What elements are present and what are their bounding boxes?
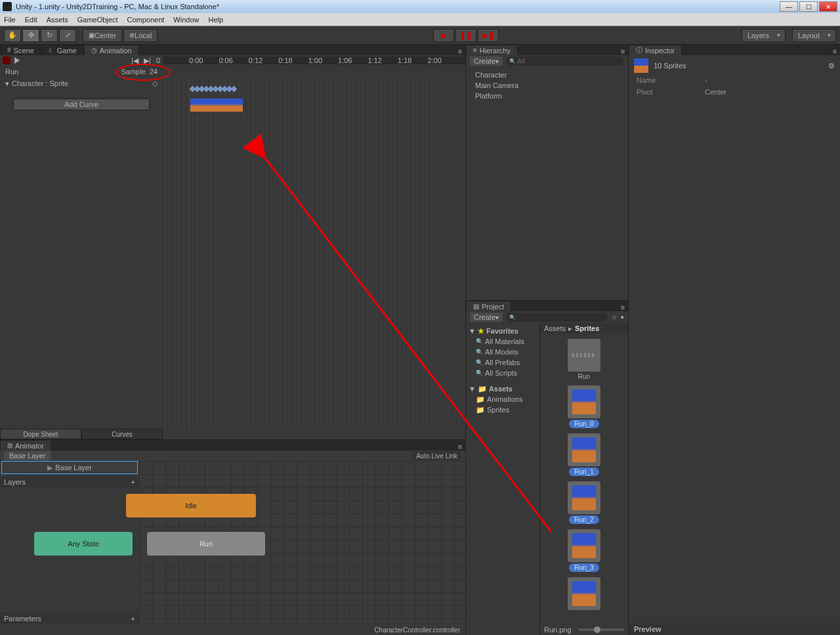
layer-item[interactable]: ▶Base Layer (1, 461, 138, 474)
state-any[interactable]: Any State (34, 532, 133, 556)
thumbnail-size-slider[interactable] (578, 628, 624, 631)
top-toolbar: ✋ ✥ ↻ ⤢ ▣ Center ⊕ Local ▶ ❚❚ ▶❚ Layers … (0, 26, 840, 45)
tab-scene[interactable]: # Scene (0, 45, 41, 55)
timeline-ruler[interactable]: 0:00 0:06 0:12 0:18 1:00 1:06 1:12 1:18 … (163, 56, 465, 64)
asset-item-sprite[interactable] (568, 577, 600, 610)
layout-dropdown[interactable]: Layout (792, 29, 836, 42)
window-titlebar: Unity - 1.unity - Unity2DTraining - PC, … (0, 0, 840, 13)
asset-item-sprite[interactable]: Run_2 (568, 481, 600, 524)
tab-hierarchy[interactable]: ≡ Hierarchy (466, 45, 518, 55)
anim-play-button[interactable] (14, 57, 20, 64)
pivot-value: Center (705, 88, 726, 100)
folder-icon: 📁 (476, 406, 485, 414)
add-layer-button[interactable]: + (131, 478, 135, 486)
menu-edit[interactable]: Edit (25, 16, 37, 24)
state-idle[interactable]: Idle (126, 494, 256, 517)
menu-window[interactable]: Window (173, 16, 199, 24)
panel-menu-icon[interactable]: ≡ (618, 47, 628, 55)
window-title: Unity - 1.unity - Unity2DTraining - PC, … (16, 3, 780, 11)
layers-dropdown[interactable]: Layers (742, 29, 786, 42)
unity-logo-icon (3, 2, 12, 11)
hierarchy-item[interactable]: Main Camera (466, 80, 628, 91)
hierarchy-create-button[interactable]: Create ▾ (470, 56, 503, 66)
hierarchy-search[interactable]: All (507, 56, 624, 66)
next-key-button[interactable]: ▶| (144, 56, 151, 65)
filter-icon[interactable]: ● (621, 314, 624, 320)
selected-file-label: Run.png (544, 626, 572, 634)
animated-property[interactable]: ▾Character : Sprite◇ (0, 77, 163, 89)
folder-item[interactable]: 📁Animations (466, 394, 539, 405)
hierarchy-item[interactable]: Platform (466, 91, 628, 101)
step-button[interactable]: ▶❚ (478, 29, 499, 42)
curves-tab[interactable]: Curves (81, 429, 163, 439)
minimize-button[interactable]: — (780, 1, 798, 12)
record-button[interactable] (3, 56, 10, 64)
sample-field[interactable]: 24 (150, 68, 158, 76)
filter-icon[interactable]: ☆ (612, 314, 617, 320)
folder-item[interactable]: 📁Sprites (466, 405, 539, 415)
play-button[interactable]: ▶ (433, 29, 454, 42)
add-curve-button[interactable]: Add Curve (13, 99, 150, 110)
tab-project[interactable]: ▤ Project (466, 301, 511, 311)
assets-header[interactable]: ▼📁Assets (466, 383, 539, 394)
close-button[interactable]: ✕ (819, 1, 837, 12)
scale-tool-button[interactable]: ⤢ (59, 29, 76, 42)
name-value: - (705, 76, 707, 88)
rotate-tool-button[interactable]: ↻ (41, 29, 58, 42)
keyframe[interactable] (231, 86, 238, 93)
menu-assets[interactable]: Assets (47, 16, 68, 24)
state-run[interactable]: Run (147, 532, 265, 556)
clip-dropdown[interactable]: Run (5, 68, 117, 76)
favorite-item[interactable]: 🔍All Prefabs (466, 357, 539, 368)
menu-help[interactable]: Help (208, 16, 223, 24)
favorites-header[interactable]: ▼★Favorites (466, 326, 539, 336)
favorite-item[interactable]: 🔍All Materials (466, 336, 539, 347)
folder-icon: 📁 (478, 385, 487, 393)
pause-button[interactable]: ❚❚ (455, 29, 476, 42)
breadcrumb-base-layer[interactable]: Base Layer (4, 451, 51, 460)
animator-graph[interactable]: Idle Run Any State (139, 461, 465, 624)
tab-animator[interactable]: ⊞ Animator (0, 440, 51, 450)
panel-menu-icon[interactable]: ≡ (455, 47, 465, 55)
pivot-toggle[interactable]: ▣ Center (83, 29, 122, 42)
tab-inspector[interactable]: ⓘ Inspector (629, 45, 682, 55)
asset-item-run[interactable]: Run (568, 339, 600, 380)
preview-header[interactable]: Preview (629, 623, 840, 635)
add-parameter-button[interactable]: + (131, 615, 135, 623)
maximize-button[interactable]: ☐ (799, 1, 818, 12)
folder-icon: 📁 (476, 395, 485, 404)
favorite-item[interactable]: 🔍All Scripts (466, 368, 539, 378)
prev-key-button[interactable]: |◀ (131, 56, 138, 65)
tab-game[interactable]: ☾ Game (41, 45, 84, 55)
menu-gameobject[interactable]: GameObject (77, 16, 118, 24)
hand-tool-button[interactable]: ✋ (4, 29, 21, 42)
local-toggle[interactable]: ⊕ Local (123, 29, 158, 42)
asset-item-sprite[interactable]: Run_1 (568, 433, 600, 476)
move-tool-button[interactable]: ✥ (22, 29, 39, 42)
panel-menu-icon[interactable]: ≡ (455, 443, 465, 450)
asset-item-sprite[interactable]: Run_0 (568, 385, 600, 428)
panel-menu-icon[interactable]: ≡ (830, 47, 840, 55)
auto-live-link-button[interactable]: Auto Live Link (412, 451, 461, 460)
frame-field[interactable]: 0 (156, 56, 160, 65)
dopesheet-tab[interactable]: Dope Sheet (0, 429, 81, 439)
breadcrumb-current[interactable]: Sprites (575, 324, 599, 332)
gear-icon[interactable]: ⚙ (828, 62, 835, 70)
dopesheet-area[interactable] (163, 77, 465, 429)
panel-menu-icon[interactable]: ≡ (618, 303, 628, 311)
tab-animation[interactable]: ◷ Animation (84, 45, 139, 55)
hierarchy-tab-bar: ≡ Hierarchy ≡ (466, 45, 628, 55)
project-create-button[interactable]: Create ▾ (470, 313, 503, 322)
asset-item-sprite[interactable]: Run_3 (568, 529, 600, 572)
sprite-icon (634, 58, 648, 73)
breadcrumb-root[interactable]: Assets (544, 324, 566, 332)
menu-file[interactable]: File (4, 16, 16, 24)
hierarchy-item[interactable]: Character (466, 70, 628, 80)
animator-status-bar: CharacterController.controller (0, 624, 465, 635)
playhead[interactable] (189, 77, 190, 429)
favorite-item[interactable]: 🔍All Models (466, 347, 539, 357)
project-search[interactable] (507, 313, 608, 322)
parameters-header: Parameters+ (0, 613, 139, 624)
menu-component[interactable]: Component (127, 16, 164, 24)
asset-grid: Run Run_0 Run_1 Run_2 (540, 334, 628, 624)
